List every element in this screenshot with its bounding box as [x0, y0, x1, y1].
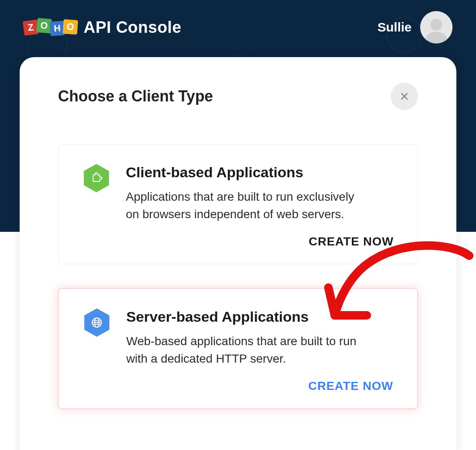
client-type-card-client-based[interactable]: Client-based Applications Applications t…	[58, 144, 418, 264]
card-title: Client-based Applications	[126, 164, 394, 181]
card-title: Server-based Applications	[126, 309, 393, 325]
zoho-logo: Z O H O	[23, 20, 78, 35]
product-name: API Console	[84, 18, 181, 37]
create-now-link-client[interactable]: CREATE NOW	[309, 235, 394, 248]
modal-header: Choose a Client Type	[58, 83, 418, 110]
card-description: Web-based applications that are built to…	[126, 333, 365, 367]
svg-point-0	[430, 19, 442, 31]
puzzle-icon	[83, 163, 110, 193]
person-icon	[422, 15, 450, 43]
globe-icon	[83, 307, 110, 338]
close-icon	[400, 92, 409, 101]
avatar[interactable]	[420, 11, 453, 43]
create-now-link-server[interactable]: CREATE NOW	[308, 379, 393, 392]
user-group[interactable]: Sullie	[377, 11, 453, 43]
client-type-modal: Choose a Client Type Cl	[20, 57, 456, 450]
modal-title: Choose a Client Type	[58, 87, 213, 105]
close-button[interactable]	[391, 83, 418, 110]
username-label: Sullie	[377, 20, 412, 35]
card-description: Applications that are built to run exclu…	[126, 188, 365, 223]
logo-letter-o2: O	[63, 19, 78, 35]
client-type-card-server-based[interactable]: Server-based Applications Web-based appl…	[58, 288, 418, 409]
brand-group: Z O H O API Console	[23, 18, 181, 37]
svg-marker-3	[84, 164, 109, 193]
top-bar: Z O H O API Console Sullie	[0, 0, 476, 55]
